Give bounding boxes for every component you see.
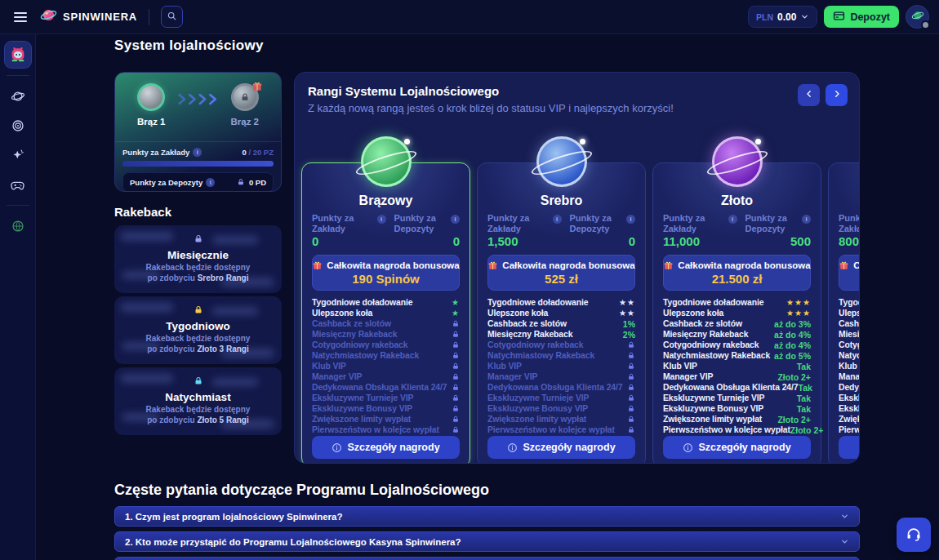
bets-value: 11,000: [663, 235, 737, 248]
feature-label: Tygodniowe doładowanie: [663, 298, 763, 307]
lock-icon: [627, 340, 635, 349]
feature-row: Dedykowana Obsługa Klienta 24/7: [487, 382, 635, 393]
faq-item[interactable]: 1. Czym jest program lojalnościowy Spinw…: [114, 506, 860, 527]
stars-icon: ★★: [619, 309, 635, 318]
support-button[interactable]: [897, 518, 931, 552]
feature-value: Złoto 2+: [790, 425, 824, 435]
search-button[interactable]: [161, 6, 183, 28]
feature-row: Ulepszone koła★: [312, 308, 460, 318]
info-icon[interactable]: i: [451, 215, 460, 224]
info-icon[interactable]: i: [553, 215, 562, 224]
feature-label: Cashback ze slotów: [839, 319, 860, 328]
chevron-down-icon: [800, 10, 809, 24]
feature-row: Dedykowana Obsługa Klienta 24/7: [839, 382, 860, 393]
rakeback-unlock-text: Rakeback będzie dostępnypo zdobyciu Sreb…: [114, 263, 282, 283]
bonus-box: Całkowita nagroda bonusowa: [839, 255, 860, 291]
feature-row: Ulepszone koła★★★: [663, 308, 811, 318]
planet-logo-icon: [40, 7, 57, 27]
info-icon: [507, 442, 518, 453]
feature-label: Zwiększone limity wypłat: [663, 415, 762, 424]
profile-avatar[interactable]: [906, 5, 929, 29]
feature-label: Miesięczny Rakeback: [839, 330, 860, 339]
feature-row: Cashback ze slotóważ do 3%: [663, 318, 811, 329]
sidebar-item-gamepad[interactable]: [5, 171, 31, 198]
sidebar-item-target[interactable]: [5, 113, 31, 139]
info-icon[interactable]: i: [728, 215, 737, 224]
loyalty-page: SPINWINERA PLN 0.00 Depozyt: [0, 0, 939, 560]
reward-details-button[interactable]: Szczegóły nagrody: [312, 436, 460, 459]
bonus-burst-icon: [11, 148, 25, 162]
sidebar-item-planet[interactable]: [5, 83, 31, 109]
feature-row: Miesięczny Rakeback2%: [487, 329, 635, 340]
feature-value: 1%: [623, 319, 635, 329]
feature-row: Ekskluzywne Bonusy VIPTak: [663, 403, 811, 414]
feature-value: Złoto 2+: [777, 415, 811, 424]
info-icon[interactable]: i: [626, 215, 635, 224]
feature-row: Ekskluzywne Bonusy VIP: [312, 403, 460, 414]
deposit-button[interactable]: Depozyt: [824, 6, 899, 28]
feature-value: Tak: [797, 393, 811, 403]
sidebar-item-globe[interactable]: [5, 213, 31, 239]
chevron-right-icon: [832, 89, 842, 101]
info-icon[interactable]: i: [377, 215, 386, 224]
feature-row: Zwiększone limity wypłat: [487, 414, 635, 424]
feature-row: Cotygodniowy rakeback: [839, 340, 860, 350]
rank-name: Brązowy: [312, 193, 460, 208]
feature-row: Cotygodniowy rakeback: [312, 340, 460, 350]
feature-label: Klub VIP: [487, 362, 522, 371]
brand-logo[interactable]: SPINWINERA: [40, 7, 137, 27]
feature-label: Natychmiastowy Rakeback: [839, 351, 860, 360]
rank-card: SrebroPunkty zaZakładyi1,500Punkty zaDep…: [477, 162, 646, 464]
lock-icon: [452, 425, 460, 434]
hamburger-menu-button[interactable]: [10, 6, 32, 28]
feature-label: Miesięczny Rakeback: [487, 330, 572, 339]
feature-label: Klub VIP: [663, 362, 697, 371]
faq-item[interactable]: 2. Kto może przystąpić do Programu Lojal…: [114, 531, 860, 552]
rank-card: Punkty zaZakładyi800Punkty zaDepozytyiCa…: [828, 162, 860, 464]
feature-label: Ekskluzywne Bonusy VIP: [487, 404, 588, 413]
feature-row: Pierwszeństwo w kolejce wypłat: [839, 424, 860, 435]
info-icon[interactable]: i: [193, 148, 202, 157]
feature-label: Miesięczny Rakeback: [312, 330, 397, 339]
feature-row: Cashback ze slotów: [839, 318, 860, 329]
reward-details-button[interactable]: Szczegóły nagrody: [839, 436, 860, 459]
next-rank-button[interactable]: [826, 84, 848, 106]
feature-row: Manager VIP: [839, 371, 860, 382]
bets-value: 1,500: [487, 235, 562, 248]
card-icon: [833, 10, 845, 24]
lock-icon: [627, 415, 635, 424]
bets-stat: Punkty zaZakładyi1,500: [487, 213, 562, 248]
feature-label: Ulepszone koła: [487, 309, 548, 318]
balance-selector[interactable]: PLN 0.00: [748, 6, 817, 28]
rakeback-unlock-text: Rakeback będzie dostępnypo zdobyciu Złot…: [114, 334, 282, 354]
stars-icon: ★★: [619, 298, 635, 307]
faq-item[interactable]: [114, 557, 860, 560]
bonus-value: [839, 272, 860, 286]
feature-row: Ekskluzywne Bonusy VIP: [487, 403, 635, 414]
reward-details-button[interactable]: Szczegóły nagrody: [487, 436, 635, 459]
faq-question: 2. Kto może przystąpić do Programu Lojal…: [125, 537, 840, 547]
feature-row: Klub VIP: [839, 361, 860, 371]
reward-details-button[interactable]: Szczegóły nagrody: [663, 436, 811, 459]
deposits-value: 0: [562, 235, 636, 248]
feature-label: Ekskluzywne Bonusy VIP: [839, 404, 860, 413]
faq-question: 1. Czym jest program lojalnościowy Spinw…: [125, 512, 840, 522]
prev-rank-button[interactable]: [798, 84, 820, 106]
feature-label: Pierwszeństwo w kolejce wypłat: [663, 425, 790, 434]
feature-value: Złoto 2+: [777, 372, 811, 382]
sidebar-item-bonus-burst[interactable]: [5, 142, 31, 168]
feature-label: Pierwszeństwo w kolejce wypłat: [312, 425, 439, 434]
lock-icon: [452, 383, 460, 392]
info-icon[interactable]: i: [802, 215, 811, 224]
feature-row: Manager VIPZłoto 2+: [663, 371, 811, 382]
lock-icon: [452, 372, 460, 381]
brand-name: SPINWINERA: [63, 11, 137, 23]
feature-row: Zwiększone limity wypłatZłoto 2+: [663, 414, 811, 424]
feature-label: Natychmiastowy Rakeback: [663, 351, 770, 360]
sidebar-item-loyalty-mascot[interactable]: [5, 42, 31, 68]
feature-label: Ekskluzywne Turnieje VIP: [663, 393, 764, 402]
deposits-value: 500: [737, 235, 812, 248]
info-icon[interactable]: i: [206, 178, 215, 187]
lock-icon: [627, 383, 635, 392]
gift-icon: [312, 260, 323, 271]
